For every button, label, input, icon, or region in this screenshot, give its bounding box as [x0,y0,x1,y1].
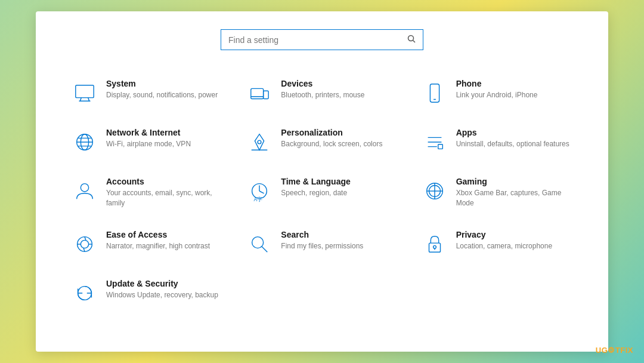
setting-desc-phone: Link your Android, iPhone [456,90,538,100]
setting-title-devices: Devices [281,79,364,88]
setting-item-ease[interactable]: Ease of Access Narrator, magnifier, high… [60,219,234,268]
setting-text-phone: Phone Link your Android, iPhone [456,79,538,100]
setting-desc-personalization: Background, lock screen, colors [281,139,382,149]
svg-line-25 [259,191,264,193]
svg-rect-39 [429,243,440,252]
settings-grid: System Display, sound, notifications, po… [60,68,584,317]
setting-text-system: System Display, sound, notifications, po… [106,79,218,100]
setting-title-update: Update & Security [106,279,218,288]
setting-text-apps: Apps Uninstall, defaults, optional featu… [456,128,569,149]
svg-line-38 [262,246,268,252]
setting-desc-search: Find my files, permissions [281,241,363,251]
search-input[interactable] [228,35,407,45]
setting-desc-gaming: Xbox Game Bar, captures, Game Mode [456,188,572,208]
svg-line-35 [83,248,85,251]
svg-rect-7 [264,91,269,99]
setting-text-ease: Ease of Access Narrator, magnifier, high… [106,230,210,251]
svg-line-4 [88,98,89,101]
setting-title-ease: Ease of Access [106,230,210,239]
setting-title-system: System [106,79,218,88]
watermark-text: UG⚙TFIX [596,346,633,355]
monitor-icon [72,80,98,106]
search-bar[interactable] [221,29,423,50]
svg-rect-6 [251,88,264,99]
setting-desc-apps: Uninstall, defaults, optional features [456,139,569,149]
setting-item-gaming[interactable]: Gaming Xbox Game Bar, captures, Game Mod… [410,166,584,219]
svg-line-1 [413,41,416,43]
svg-point-22 [80,184,88,192]
setting-item-personalization[interactable]: Personalization Background, lock screen,… [234,117,409,166]
setting-text-search: Search Find my files, permissions [281,230,363,251]
setting-text-network: Network & Internet Wi-Fi, airplane mode,… [106,128,191,149]
watermark: UG⚙TFIX [596,346,633,355]
setting-desc-time: Speech, region, date [281,188,350,198]
setting-desc-update: Windows Update, recovery, backup [106,290,218,300]
svg-line-3 [80,98,81,101]
setting-text-personalization: Personalization Background, lock screen,… [281,128,382,149]
setting-text-accounts: Accounts Your accounts, email, sync, wor… [106,177,222,208]
svg-point-37 [252,236,264,248]
setting-item-system[interactable]: System Display, sound, notifications, po… [60,68,234,117]
accounts-icon [72,178,98,204]
svg-point-40 [433,245,436,248]
setting-title-time: Time & Language [281,177,350,186]
svg-text:A字: A字 [254,196,263,202]
phone-icon [422,80,448,106]
settings-window: System Display, sound, notifications, po… [36,11,608,352]
svg-rect-21 [438,144,442,149]
setting-title-network: Network & Internet [106,128,191,137]
setting-title-apps: Apps [456,128,569,137]
setting-desc-ease: Narrator, magnifier, high contrast [106,241,210,251]
ease-icon [72,231,98,257]
setting-text-update: Update & Security Windows Update, recove… [106,279,218,300]
search-icon [246,231,273,257]
setting-item-devices[interactable]: Devices Bluetooth, printers, mouse [234,68,409,117]
svg-line-33 [85,236,86,240]
setting-item-update[interactable]: Update & Security Windows Update, recove… [60,268,234,317]
svg-point-17 [258,140,261,144]
setting-desc-devices: Bluetooth, printers, mouse [281,90,364,100]
setting-item-accounts[interactable]: Accounts Your accounts, email, sync, wor… [60,166,234,219]
svg-rect-2 [76,85,94,98]
gaming-icon [422,178,448,204]
setting-desc-privacy: Location, camera, microphone [456,241,552,251]
setting-title-personalization: Personalization [281,128,382,137]
setting-text-gaming: Gaming Xbox Game Bar, captures, Game Mod… [456,177,572,208]
setting-item-time[interactable]: A字 Time & Language Speech, region, date [234,166,409,219]
setting-item-phone[interactable]: Phone Link your Android, iPhone [410,68,584,117]
setting-text-privacy: Privacy Location, camera, microphone [456,230,552,251]
update-icon [72,280,98,306]
setting-desc-network: Wi-Fi, airplane mode, VPN [106,139,191,149]
setting-title-accounts: Accounts [106,177,222,186]
privacy-icon [422,231,448,257]
devices-icon [246,80,273,106]
setting-title-search: Search [281,230,363,239]
time-icon: A字 [246,178,273,204]
network-icon [72,129,98,155]
setting-text-devices: Devices Bluetooth, printers, mouse [281,79,364,100]
setting-desc-accounts: Your accounts, email, sync, work, family [106,188,222,208]
setting-item-privacy[interactable]: Privacy Location, camera, microphone [410,219,584,268]
setting-title-phone: Phone [456,79,538,88]
setting-item-network[interactable]: Network & Internet Wi-Fi, airplane mode,… [60,117,234,166]
setting-title-privacy: Privacy [456,230,552,239]
setting-title-gaming: Gaming [456,177,572,186]
apps-icon [422,129,448,155]
svg-point-0 [408,36,414,41]
setting-desc-system: Display, sound, notifications, power [106,90,218,100]
setting-text-time: Time & Language Speech, region, date [281,177,350,198]
setting-item-apps[interactable]: Apps Uninstall, defaults, optional featu… [410,117,584,166]
svg-point-32 [80,240,88,248]
search-icon [407,35,416,45]
setting-item-search[interactable]: Search Find my files, permissions [234,219,409,268]
personalization-icon [246,129,273,155]
